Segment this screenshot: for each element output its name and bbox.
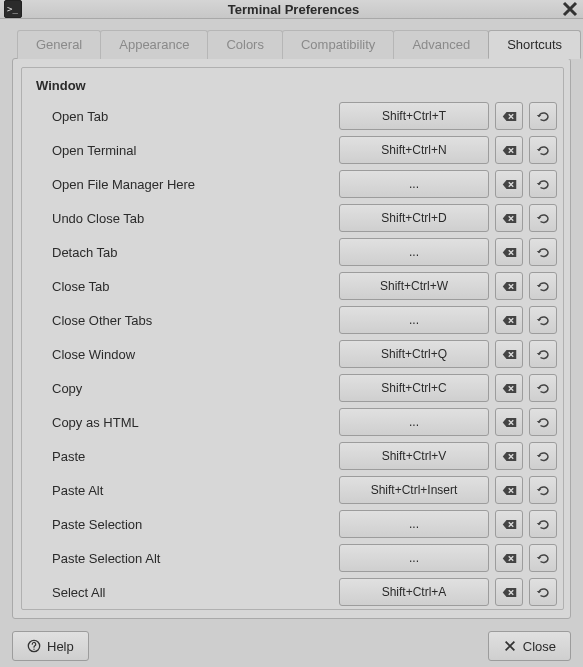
reset-shortcut-button[interactable] [529, 408, 557, 436]
clear-shortcut-button[interactable] [495, 136, 523, 164]
preferences-window: >_ Terminal Preferences GeneralAppearanc… [0, 0, 583, 667]
shortcut-row: Paste Selection Alt... [22, 541, 563, 575]
reset-shortcut-button[interactable] [529, 442, 557, 470]
shortcut-key-text: Shift+Ctrl+Insert [371, 483, 458, 497]
clear-shortcut-button[interactable] [495, 442, 523, 470]
shortcut-key-text: Shift+Ctrl+T [382, 109, 446, 123]
undo-icon [536, 415, 551, 430]
reset-shortcut-button[interactable] [529, 340, 557, 368]
undo-icon [536, 177, 551, 192]
help-icon [27, 639, 41, 653]
tab-label: Advanced [412, 37, 470, 52]
shortcut-key-button[interactable]: Shift+Ctrl+D [339, 204, 489, 232]
reset-shortcut-button[interactable] [529, 544, 557, 572]
shortcut-key-button[interactable]: Shift+Ctrl+N [339, 136, 489, 164]
clear-shortcut-button[interactable] [495, 306, 523, 334]
tab-shortcuts[interactable]: Shortcuts [488, 30, 581, 59]
reset-shortcut-button[interactable] [529, 204, 557, 232]
clear-shortcut-button[interactable] [495, 408, 523, 436]
clear-shortcut-button[interactable] [495, 544, 523, 572]
svg-point-1 [33, 648, 34, 649]
clear-shortcut-button[interactable] [495, 170, 523, 198]
backspace-icon [502, 177, 517, 192]
section-title: Window [22, 68, 563, 99]
shortcut-key-text: Shift+Ctrl+W [380, 279, 448, 293]
clear-shortcut-button[interactable] [495, 374, 523, 402]
tab-label: General [36, 37, 82, 52]
close-icon [561, 0, 579, 18]
shortcut-label: Copy as HTML [52, 415, 333, 430]
reset-shortcut-button[interactable] [529, 238, 557, 266]
clear-shortcut-button[interactable] [495, 272, 523, 300]
clear-shortcut-button[interactable] [495, 476, 523, 504]
window-close-button[interactable] [561, 0, 579, 18]
shortcut-row: Open TerminalShift+Ctrl+N [22, 133, 563, 167]
shortcut-key-text: Shift+Ctrl+Q [381, 347, 447, 361]
shortcut-key-text: ... [409, 551, 419, 565]
tab-label: Shortcuts [507, 37, 562, 52]
reset-shortcut-button[interactable] [529, 510, 557, 538]
backspace-icon [502, 313, 517, 328]
undo-icon [536, 211, 551, 226]
shortcut-label: Detach Tab [52, 245, 333, 260]
shortcut-key-button[interactable]: Shift+Ctrl+V [339, 442, 489, 470]
reset-shortcut-button[interactable] [529, 170, 557, 198]
tab-appearance[interactable]: Appearance [100, 30, 208, 59]
shortcut-key-button[interactable]: ... [339, 306, 489, 334]
shortcut-label: Copy [52, 381, 333, 396]
shortcut-row: Open TabShift+Ctrl+T [22, 99, 563, 133]
shortcut-key-text: Shift+Ctrl+A [382, 585, 447, 599]
window-title: Terminal Preferences [26, 2, 561, 17]
reset-shortcut-button[interactable] [529, 578, 557, 606]
shortcut-key-button[interactable]: ... [339, 510, 489, 538]
tab-advanced[interactable]: Advanced [393, 30, 489, 59]
help-button[interactable]: Help [12, 631, 89, 661]
shortcut-label: Close Window [52, 347, 333, 362]
tab-label: Compatibility [301, 37, 375, 52]
tab-general[interactable]: General [17, 30, 101, 59]
undo-icon [536, 313, 551, 328]
shortcut-key-button[interactable]: Shift+Ctrl+W [339, 272, 489, 300]
clear-shortcut-button[interactable] [495, 102, 523, 130]
undo-icon [536, 109, 551, 124]
tab-label: Colors [226, 37, 264, 52]
tab-colors[interactable]: Colors [207, 30, 283, 59]
reset-shortcut-button[interactable] [529, 272, 557, 300]
shortcut-key-button[interactable]: Shift+Ctrl+T [339, 102, 489, 130]
clear-shortcut-button[interactable] [495, 578, 523, 606]
close-button[interactable]: Close [488, 631, 571, 661]
tab-label: Appearance [119, 37, 189, 52]
tab-compatibility[interactable]: Compatibility [282, 30, 394, 59]
reset-shortcut-button[interactable] [529, 374, 557, 402]
shortcut-key-text: ... [409, 313, 419, 327]
tab-panel-shortcuts: Window Open TabShift+Ctrl+TOpen Terminal… [12, 58, 571, 619]
shortcut-key-button[interactable]: Shift+Ctrl+C [339, 374, 489, 402]
clear-shortcut-button[interactable] [495, 204, 523, 232]
shortcut-row: PasteShift+Ctrl+V [22, 439, 563, 473]
shortcut-key-button[interactable]: ... [339, 408, 489, 436]
shortcut-label: Paste Alt [52, 483, 333, 498]
shortcuts-scroll-area[interactable]: Window Open TabShift+Ctrl+TOpen Terminal… [21, 67, 564, 610]
help-button-label: Help [47, 639, 74, 654]
shortcut-key-button[interactable]: ... [339, 544, 489, 572]
reset-shortcut-button[interactable] [529, 102, 557, 130]
backspace-icon [502, 381, 517, 396]
reset-shortcut-button[interactable] [529, 136, 557, 164]
undo-icon [536, 279, 551, 294]
shortcut-row: Paste AltShift+Ctrl+Insert [22, 473, 563, 507]
shortcut-row: Open File Manager Here... [22, 167, 563, 201]
shortcut-label: Open File Manager Here [52, 177, 333, 192]
shortcut-key-button[interactable]: ... [339, 238, 489, 266]
shortcut-key-button[interactable]: ... [339, 170, 489, 198]
shortcut-key-button[interactable]: Shift+Ctrl+Insert [339, 476, 489, 504]
reset-shortcut-button[interactable] [529, 476, 557, 504]
shortcut-key-button[interactable]: Shift+Ctrl+Q [339, 340, 489, 368]
shortcut-label: Close Other Tabs [52, 313, 333, 328]
shortcut-key-button[interactable]: Shift+Ctrl+A [339, 578, 489, 606]
shortcut-label: Paste Selection Alt [52, 551, 333, 566]
clear-shortcut-button[interactable] [495, 510, 523, 538]
clear-shortcut-button[interactable] [495, 340, 523, 368]
backspace-icon [502, 449, 517, 464]
reset-shortcut-button[interactable] [529, 306, 557, 334]
clear-shortcut-button[interactable] [495, 238, 523, 266]
